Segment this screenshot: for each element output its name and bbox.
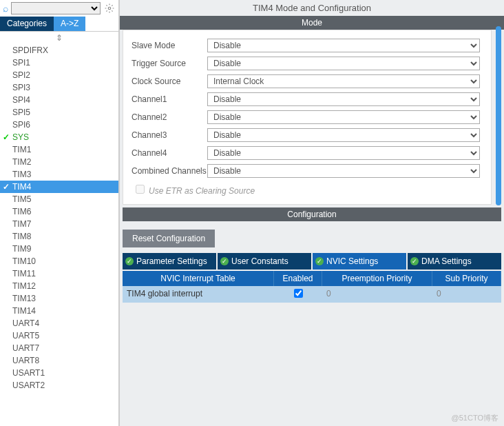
- tab-dma-settings[interactable]: ✓DMA Settings: [408, 253, 501, 270]
- list-item-label: TIM13: [12, 294, 36, 303]
- sidebar-item-usart2[interactable]: USART2: [0, 379, 118, 392]
- sidebar-item-tim6[interactable]: TIM6: [0, 205, 118, 218]
- sidebar-item-spi3[interactable]: SPI3: [0, 81, 118, 94]
- check-icon: ✓: [125, 257, 134, 265]
- list-item-label: SYS: [12, 132, 29, 142]
- list-item-label: SPI3: [12, 83, 30, 92]
- mode-select-channel2[interactable]: Disable: [207, 110, 480, 124]
- sidebar-item-tim12[interactable]: TIM12: [0, 280, 118, 292]
- list-item-label: UART4: [12, 318, 39, 328]
- check-icon: ✓: [3, 182, 10, 192]
- nvic-table-header: NVIC Interrupt Table Enabled Preemption …: [123, 271, 501, 286]
- scrollbar[interactable]: [496, 26, 501, 205]
- sidebar-item-usart1[interactable]: USART1: [0, 367, 118, 379]
- list-item-label: SPI2: [12, 70, 30, 80]
- tab-categories[interactable]: Categories: [0, 17, 54, 31]
- check-icon: ✓: [410, 257, 419, 265]
- mode-row: Clock SourceInternal Clock: [132, 74, 480, 88]
- list-item-label: TIM14: [12, 306, 36, 316]
- sidebar-item-tim4[interactable]: ✓TIM4: [0, 181, 118, 193]
- list-item-label: TIM8: [12, 232, 31, 241]
- mode-header: Mode: [120, 16, 504, 30]
- mode-row: Channel3Disable: [132, 128, 480, 142]
- reset-configuration-button[interactable]: Reset Configuration: [123, 230, 215, 247]
- sidebar-item-tim9[interactable]: TIM9: [0, 243, 118, 255]
- list-item-label: USART1: [12, 368, 45, 378]
- list-item-label: UART5: [12, 331, 39, 341]
- tab-nvic-settings[interactable]: ✓NVIC Settings: [313, 253, 406, 270]
- sidebar-item-tim7[interactable]: TIM7: [0, 218, 118, 230]
- sidebar-item-tim13[interactable]: TIM13: [0, 292, 118, 305]
- list-item-label: TIM5: [12, 194, 31, 204]
- nvic-name: TIM4 global interrupt: [123, 286, 274, 303]
- sidebar-item-tim14[interactable]: TIM14: [0, 305, 118, 317]
- mode-label: Channel1: [132, 94, 207, 104]
- sidebar-item-spi1[interactable]: SPI1: [0, 57, 118, 69]
- sidebar-item-uart8[interactable]: UART8: [0, 354, 118, 367]
- search-icon: ⌕: [3, 3, 8, 14]
- watermark: @51CTO博客: [452, 413, 498, 423]
- mode-select-clock-source[interactable]: Internal Clock: [207, 74, 480, 88]
- search-input[interactable]: [11, 2, 101, 14]
- nvic-row: TIM4 global interrupt00: [123, 286, 501, 303]
- mode-select-channel3[interactable]: Disable: [207, 128, 480, 142]
- expand-icon[interactable]: ⇕: [0, 32, 118, 44]
- list-item-label: SPI5: [12, 108, 30, 117]
- list-item-label: TIM7: [12, 219, 31, 229]
- page-title: TIM4 Mode and Configuration: [120, 0, 504, 16]
- mode-select-channel1[interactable]: Disable: [207, 92, 480, 106]
- sidebar-item-uart5[interactable]: UART5: [0, 329, 118, 342]
- sidebar-item-tim11[interactable]: TIM11: [0, 267, 118, 280]
- list-item-label: UART7: [12, 343, 39, 353]
- list-item-label: USART2: [12, 381, 45, 390]
- sidebar-item-spi2[interactable]: SPI2: [0, 69, 118, 81]
- tab-user-constants[interactable]: ✓User Constants: [218, 253, 311, 270]
- check-icon: ✓: [220, 257, 229, 265]
- sidebar-item-tim2[interactable]: TIM2: [0, 156, 118, 168]
- sidebar-item-tim1[interactable]: TIM1: [0, 143, 118, 156]
- mode-label: Channel3: [132, 130, 207, 140]
- nvic-enabled-checkbox[interactable]: [294, 289, 303, 298]
- mode-select-channel4[interactable]: Disable: [207, 146, 480, 160]
- etr-checkbox[interactable]: [136, 185, 145, 194]
- check-icon: ✓: [315, 257, 324, 265]
- config-header: Configuration: [123, 207, 501, 221]
- sidebar-item-uart4[interactable]: UART4: [0, 317, 118, 329]
- mode-row: Channel1Disable: [132, 92, 480, 106]
- list-item-label: TIM11: [12, 269, 36, 278]
- list-item-label: TIM1: [12, 145, 31, 154]
- tab-az[interactable]: A->Z: [54, 17, 85, 31]
- mode-row: Channel4Disable: [132, 146, 480, 160]
- list-item-label: TIM2: [12, 157, 31, 167]
- mode-label: Trigger Source: [132, 59, 207, 68]
- list-item-label: TIM9: [12, 244, 31, 254]
- sidebar-item-spi5[interactable]: SPI5: [0, 106, 118, 119]
- mode-select-trigger-source[interactable]: Disable: [207, 57, 480, 70]
- mode-label: Combined Channels: [132, 166, 207, 176]
- sidebar-item-sys[interactable]: ✓SYS: [0, 131, 118, 143]
- sidebar-item-tim3[interactable]: TIM3: [0, 168, 118, 181]
- sidebar-item-tim10[interactable]: TIM10: [0, 255, 118, 267]
- nvic-sub: 0: [432, 286, 501, 303]
- list-item-label: TIM12: [12, 281, 36, 291]
- sidebar-item-spi4[interactable]: SPI4: [0, 94, 118, 106]
- list-item-label: TIM4: [12, 182, 31, 192]
- mode-row: Slave ModeDisable: [132, 39, 480, 52]
- tab-parameter-settings[interactable]: ✓Parameter Settings: [123, 253, 216, 270]
- mode-label: Channel4: [132, 148, 207, 158]
- sidebar-item-tim5[interactable]: TIM5: [0, 193, 118, 205]
- list-item-label: UART8: [12, 356, 39, 365]
- mode-select-combined-channels[interactable]: Disable: [207, 164, 480, 178]
- mode-select-slave-mode[interactable]: Disable: [207, 39, 480, 52]
- mode-label: Slave Mode: [132, 41, 207, 50]
- sidebar-item-uart7[interactable]: UART7: [0, 342, 118, 354]
- sidebar-item-spi6[interactable]: SPI6: [0, 119, 118, 131]
- list-item-label: SPDIFRX: [12, 45, 48, 55]
- list-item-label: TIM10: [12, 256, 36, 266]
- sidebar-item-tim8[interactable]: TIM8: [0, 230, 118, 243]
- svg-point-0: [108, 7, 111, 10]
- gear-icon[interactable]: [103, 2, 116, 14]
- mode-row: Trigger SourceDisable: [132, 57, 480, 70]
- list-item-label: SPI4: [12, 95, 30, 105]
- sidebar-item-spdifrx[interactable]: SPDIFRX: [0, 44, 118, 57]
